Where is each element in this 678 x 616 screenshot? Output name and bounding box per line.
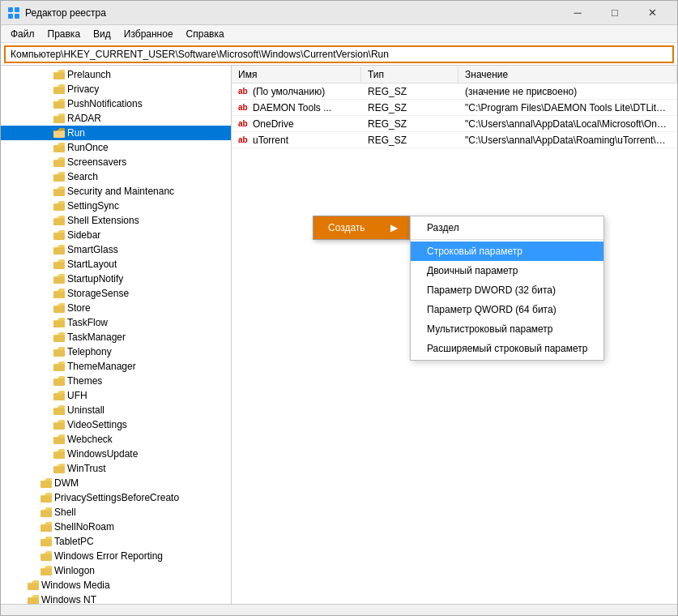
address-input[interactable]	[4, 45, 674, 63]
tree-item-thememanager[interactable]: ThemeManager	[1, 359, 231, 374]
submenu-item-qword-param[interactable]: Параметр QWORD (64 бита)	[411, 300, 603, 319]
tree-item-store[interactable]: Store	[1, 301, 231, 315]
tree-item-settingsync[interactable]: SettingSync	[1, 199, 231, 213]
tree-item-prelaunch[interactable]: Prelaunch	[1, 67, 231, 82]
tree-item-pushnotifications[interactable]: PushNotifications	[1, 96, 231, 111]
menu-item-вид[interactable]: Вид	[87, 27, 117, 41]
folder-icon	[53, 273, 66, 284]
tree-item-run[interactable]: Run	[1, 126, 231, 140]
tree-label: Run	[67, 127, 85, 139]
tree-item-uninstall[interactable]: Uninstall	[1, 403, 231, 417]
table-row[interactable]: ab OneDrive REG_SZ "C:\Users\annal\AppDa…	[232, 116, 677, 132]
tree-item-windowsupdate[interactable]: WindowsUpdate	[1, 447, 231, 461]
tree-item-tabletpc[interactable]: TabletPC	[1, 534, 231, 549]
folder-icon	[40, 521, 53, 533]
submenu-item-expandable-param[interactable]: Расширяемый строковый параметр	[411, 339, 603, 358]
svg-rect-21	[53, 320, 65, 327]
tree-item-runonce[interactable]: RunOnce	[1, 140, 231, 155]
tree-label: DWM	[54, 477, 79, 489]
minimize-button[interactable]: ─	[559, 1, 596, 25]
folder-icon	[53, 434, 66, 445]
svg-rect-24	[53, 364, 65, 371]
tree-label: PrivacySettingsBeforeCreato	[54, 492, 179, 503]
tree-item-smartglass[interactable]: SmartGlass	[1, 242, 231, 257]
submenu-item-razdel[interactable]: Раздел	[411, 218, 603, 237]
tree-item-search[interactable]: Search	[1, 169, 231, 184]
table-row[interactable]: ab uTorrent REG_SZ "C:\Users\annal\AppDa…	[232, 132, 677, 148]
tree-item-videosettings[interactable]: VideoSettings	[1, 417, 231, 432]
tree-item-privacysettingsbefore[interactable]: PrivacySettingsBeforeCreato	[1, 490, 231, 505]
tree-item-privacy[interactable]: Privacy	[1, 82, 231, 96]
tree-label: Store	[67, 302, 91, 314]
maximize-button[interactable]: □	[596, 1, 633, 25]
tree-item-windowsmedia[interactable]: Windows Media	[1, 578, 231, 592]
address-bar	[1, 43, 677, 66]
svg-rect-16	[53, 247, 65, 255]
tree-label: ThemeManager	[67, 361, 136, 372]
folder-icon	[53, 375, 66, 387]
tree-label: SettingSync	[67, 200, 119, 212]
tree-item-windowserrorreporting[interactable]: Windows Error Reporting	[1, 549, 231, 563]
tree-item-ufh[interactable]: UFH	[1, 388, 231, 403]
tree-item-shellextensions[interactable]: Shell Extensions	[1, 213, 231, 228]
submenu-item-string-param[interactable]: Строковый параметр	[411, 242, 603, 261]
tree-item-webcheck[interactable]: Webcheck	[1, 432, 231, 447]
cell-type: REG_SZ	[361, 118, 458, 130]
submenu-item-multistring-param[interactable]: Мультистроковый параметр	[411, 319, 603, 339]
cell-name: ab DAEMON Tools ...	[232, 102, 361, 113]
folder-icon	[53, 463, 66, 474]
tree-label: Windows Error Reporting	[54, 550, 163, 562]
cell-name-text: (По умолчанию)	[253, 86, 325, 97]
tree-label: TaskManager	[67, 332, 126, 343]
tree-item-startupnotify[interactable]: StartupNotify	[1, 272, 231, 286]
svg-rect-34	[41, 510, 52, 517]
tree-item-storagesense[interactable]: StorageSense	[1, 286, 231, 301]
create-menu: Создать ▶	[313, 216, 410, 240]
close-button[interactable]: ✕	[633, 1, 671, 25]
folder-icon	[53, 288, 66, 299]
tree-item-telephony[interactable]: Telephony	[1, 344, 231, 359]
menu-item-правка[interactable]: Правка	[41, 27, 87, 41]
tree-label: StartLayout	[67, 259, 117, 270]
create-arrow: ▶	[390, 222, 398, 233]
svg-rect-29	[53, 437, 65, 444]
cell-name: ab (По умолчанию)	[232, 86, 361, 97]
tree-item-radar[interactable]: RADAR	[1, 111, 231, 126]
submenu-item-dword-param[interactable]: Параметр DWORD (32 бита)	[411, 280, 603, 300]
table-row[interactable]: ab (По умолчанию) REG_SZ (значение не пр…	[232, 83, 677, 100]
svg-rect-33	[41, 495, 52, 503]
tree-item-winlogon[interactable]: Winlogon	[1, 563, 231, 578]
tree-item-securityandmaintenance[interactable]: Security and Maintenanc	[1, 184, 231, 199]
folder-icon	[53, 98, 66, 109]
folder-icon	[53, 302, 66, 314]
menu-item-справка[interactable]: Справка	[180, 27, 231, 41]
tree-item-themes[interactable]: Themes	[1, 374, 231, 388]
bottom-scroll[interactable]	[1, 604, 677, 615]
tree-label: StorageSense	[67, 288, 129, 299]
svg-rect-30	[53, 451, 65, 459]
svg-rect-4	[53, 72, 65, 79]
tree-item-screensavers[interactable]: Screensavers	[1, 155, 231, 169]
window-title: Редактор реестра	[25, 7, 559, 19]
tree-item-startlayout[interactable]: StartLayout	[1, 257, 231, 272]
folder-icon	[53, 332, 66, 343]
submenu-item-binary-param[interactable]: Двоичный параметр	[411, 261, 603, 280]
folder-icon	[53, 156, 66, 168]
tree-item-taskflow[interactable]: TaskFlow	[1, 315, 231, 330]
cell-name-text: DAEMON Tools ...	[253, 102, 331, 113]
tree-label: Prelaunch	[67, 69, 111, 80]
create-menu-item[interactable]: Создать ▶	[313, 216, 409, 239]
svg-rect-13	[53, 203, 65, 211]
svg-rect-37	[41, 554, 52, 561]
tree-item-windowsnt[interactable]: Windows NT	[1, 592, 231, 604]
table-row[interactable]: ab DAEMON Tools ... REG_SZ "C:\Program F…	[232, 100, 677, 116]
tree-item-wintrust[interactable]: WinTrust	[1, 461, 231, 476]
tree-item-sidebar[interactable]: Sidebar	[1, 228, 231, 242]
tree-item-dwm[interactable]: DWM	[1, 476, 231, 490]
menu-item-файл[interactable]: Файл	[4, 27, 41, 41]
tree-item-shellnoroam[interactable]: ShellNoRoam	[1, 520, 231, 534]
folder-icon	[53, 244, 66, 255]
menu-item-избранное[interactable]: Избранное	[117, 27, 180, 41]
tree-item-shell[interactable]: Shell	[1, 505, 231, 520]
tree-item-taskmanager[interactable]: TaskManager	[1, 330, 231, 344]
